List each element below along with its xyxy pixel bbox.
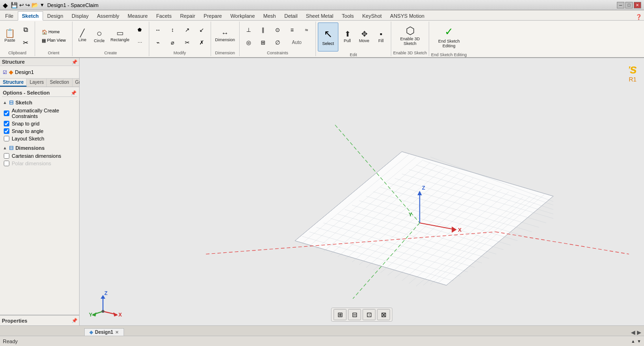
constraint-btn-3[interactable]: ⊙ <box>271 24 285 36</box>
tab-display[interactable]: Display <box>67 11 93 20</box>
plan-view-label: Plan View <box>47 38 66 43</box>
tab-sheet-metal[interactable]: Sheet Metal <box>302 11 338 20</box>
dimension-button[interactable]: ↔ Dimension <box>213 23 238 49</box>
tree-item-label: Design1 <box>15 69 34 75</box>
modify-btn-4[interactable]: ↙ <box>195 24 209 36</box>
panel-tab-layers[interactable]: Layers <box>27 79 47 87</box>
pull-button[interactable]: ⬆ Pull <box>339 24 355 50</box>
doc-tab-design1[interactable]: ◆ Design1 ✕ <box>84 328 124 336</box>
tab-file[interactable]: File <box>1 11 18 20</box>
statusbar-indicator-2[interactable]: ▼ <box>637 339 641 344</box>
panel-tab-structure[interactable]: Structure <box>0 79 27 87</box>
home-label: Home <box>49 29 60 34</box>
auto-constraints-checkbox[interactable] <box>4 110 9 116</box>
modify-btn-5[interactable]: ⌁ <box>151 37 165 49</box>
ribbon-group-enable3d: ⬡ Enable 3D Sketch Enable 3D Sketch <box>391 22 429 56</box>
paste-button[interactable]: 📋 Paste <box>2 23 18 49</box>
tab-prepare[interactable]: Prepare <box>199 11 226 20</box>
orient-label: Orient <box>48 50 59 55</box>
nav-forward-icon[interactable]: ▶ <box>637 329 641 336</box>
constraint-btn-5[interactable]: ≈ <box>300 24 314 36</box>
polar-checkbox[interactable] <box>4 161 9 166</box>
create-extra-1[interactable]: ⬟ <box>133 24 147 36</box>
undo-icon[interactable]: ↩ <box>19 2 24 8</box>
snap-angle-checkbox[interactable] <box>4 128 9 134</box>
tab-keyshot[interactable]: KeyShot <box>358 11 386 20</box>
sketch-section-header[interactable]: ▲ ⊟ Sketch <box>2 98 77 107</box>
close-button[interactable]: ✕ <box>634 2 641 8</box>
tab-measure[interactable]: Measure <box>124 11 152 20</box>
modify-btn-3[interactable]: ↗ <box>180 24 194 36</box>
plan-view-button[interactable]: ▦ Plan View <box>39 37 68 44</box>
modify-btn-8[interactable]: ✗ <box>195 37 209 49</box>
tab-facets[interactable]: Facets <box>152 11 176 20</box>
tab-repair[interactable]: Repair <box>176 11 199 20</box>
modify-btn-6[interactable]: ⌀ <box>166 37 180 49</box>
nav-arrows: ◀ ▶ <box>628 329 644 336</box>
layout-sketch-checkbox[interactable] <box>4 136 9 141</box>
copy-button[interactable]: ⧉ <box>19 24 33 36</box>
move-button[interactable]: ✥ Move <box>356 24 372 50</box>
tab-design[interactable]: Design <box>43 11 67 20</box>
modify-btn-1[interactable]: ↔ <box>151 24 165 36</box>
nav-back-icon[interactable]: ◀ <box>631 329 635 336</box>
snap-grid-checkbox[interactable] <box>4 121 9 126</box>
constraint-btn-2[interactable]: ∥ <box>256 24 270 36</box>
tree-item-design1[interactable]: ☑ ◆ Design1 <box>2 68 77 76</box>
enable3d-button[interactable]: ⬡ Enable 3D Sketch <box>396 23 424 49</box>
sketch-arrow-icon: ▲ <box>3 100 7 105</box>
properties-pin-icon[interactable]: 📌 <box>72 318 77 323</box>
end-sketch-button[interactable]: ✓ End SketchEditing <box>435 22 463 52</box>
orient-content: 🏠 Home ▦ Plan View <box>39 22 68 50</box>
tab-mesh[interactable]: Mesh <box>259 11 280 20</box>
options-panel: Options - Selection 📌 ▲ ⊟ Sketch Automat… <box>0 87 79 315</box>
svg-text:Y: Y <box>409 212 412 217</box>
viewport-btn-1[interactable]: ⊞ <box>334 309 347 320</box>
rectangle-button[interactable]: ▭ Rectangle <box>108 23 132 49</box>
constraint-btn-8[interactable]: ∅ <box>271 37 285 49</box>
structure-header: Structure 📌 <box>0 58 79 66</box>
tab-sketch[interactable]: Sketch <box>18 11 43 21</box>
create-extra-2[interactable]: ⋯ <box>133 37 147 49</box>
help-icon[interactable]: ❓ <box>634 14 644 20</box>
viewport-bottom-toolbar: ⊞ ⊟ ⊡ ⊠ <box>331 308 393 322</box>
constraint-btn-4[interactable]: ≡ <box>285 24 299 36</box>
save-icon[interactable]: 💾 <box>11 2 18 8</box>
polar-label: Polar dimensions <box>12 161 51 166</box>
circle-button[interactable]: ○ Circle <box>91 23 107 49</box>
tab-detail[interactable]: Detail <box>280 11 301 20</box>
tab-workplane[interactable]: Workplane <box>226 11 259 20</box>
modify-btn-7[interactable]: ✂ <box>180 37 194 49</box>
cartesian-checkbox[interactable] <box>4 153 9 159</box>
panel-tab-selection[interactable]: Selection <box>47 79 72 87</box>
window-controls[interactable]: ─ □ ✕ <box>617 2 641 8</box>
options-pin-icon[interactable]: 📌 <box>71 90 76 96</box>
fill-button[interactable]: ▪ Fill <box>373 24 389 50</box>
line-button[interactable]: ╱ Line <box>74 23 90 49</box>
dimensions-section-header[interactable]: ▲ ⊟ Dimensions <box>2 143 77 152</box>
home-button[interactable]: 🏠 Home <box>39 28 68 36</box>
viewport[interactable]: Ansys 2022 R1 <box>80 58 644 325</box>
tab-tools[interactable]: Tools <box>337 11 358 20</box>
structure-pin-icon[interactable]: 📌 <box>72 59 77 65</box>
modify-btn-2[interactable]: ↕ <box>166 24 180 36</box>
tab-ansys-motion[interactable]: ANSYS Motion <box>386 11 429 20</box>
cut-button[interactable]: ✂ <box>19 37 33 49</box>
constraint-btn-1[interactable]: ⊥ <box>242 24 256 36</box>
constraint-btn-6[interactable]: ◎ <box>242 37 256 49</box>
redo-icon[interactable]: ↪ <box>25 2 30 8</box>
open-icon[interactable]: 📂 <box>31 2 38 8</box>
constraint-btn-7[interactable]: ⊞ <box>256 37 270 49</box>
select-button[interactable]: ↖ Select <box>318 22 338 52</box>
minimize-button[interactable]: ─ <box>617 2 624 8</box>
maximize-button[interactable]: □ <box>625 2 633 8</box>
autoconstrain-button[interactable]: Auto <box>285 37 308 49</box>
tab-assembly[interactable]: Assembly <box>93 11 124 20</box>
viewport-btn-4[interactable]: ⊠ <box>377 309 390 320</box>
statusbar-indicator-1[interactable]: ▲ <box>631 339 635 344</box>
doc-tab-icon: ◆ <box>89 330 93 335</box>
viewport-btn-3[interactable]: ⊡ <box>363 309 376 320</box>
expand-icon[interactable]: ▼ <box>40 2 44 7</box>
doc-tab-close-button[interactable]: ✕ <box>115 330 119 335</box>
viewport-btn-2[interactable]: ⊟ <box>348 309 361 320</box>
